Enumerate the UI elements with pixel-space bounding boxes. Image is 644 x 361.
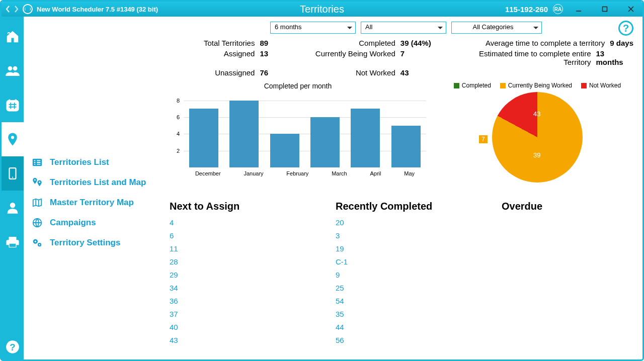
svg-point-20	[39, 244, 40, 245]
nav-rail: ?	[2, 17, 24, 359]
next-to-assign-list: Next to Assign 461128293436374043	[170, 201, 326, 347]
submenu: Territories List Territories List and Ma…	[24, 17, 165, 359]
bar-chart-title: Completed per month	[170, 82, 426, 90]
pie-slice-label: 39	[533, 151, 540, 159]
user-badge[interactable]: RA	[553, 4, 563, 14]
window-maximize-button[interactable]	[594, 2, 615, 17]
svg-point-1	[8, 66, 13, 71]
bar	[270, 134, 299, 167]
list-header: Next to Assign	[170, 201, 326, 212]
submenu-campaigns[interactable]: Campaigns	[31, 213, 165, 233]
recent-completed-item[interactable]: 25	[336, 282, 492, 295]
next-assign-item[interactable]: 43	[170, 334, 326, 347]
next-assign-item[interactable]: 6	[170, 229, 326, 242]
stats-grid: Total Territories89 Completed39 (44%) Av…	[170, 39, 633, 77]
legend-label: Completed	[462, 82, 491, 89]
help-button[interactable]: ?	[618, 21, 633, 36]
stat-value: 13 months	[596, 49, 633, 66]
next-assign-item[interactable]: 11	[170, 242, 326, 255]
svg-rect-10	[10, 244, 16, 247]
recent-completed-item[interactable]: 3	[336, 229, 492, 242]
rail-people[interactable]	[2, 54, 24, 88]
rail-calendar[interactable]	[2, 88, 24, 122]
pie-graphic: 43 39 7	[492, 92, 583, 183]
submenu-territory-settings[interactable]: Territory Settings	[31, 233, 165, 253]
pie-chart: Completed Currently Being Worked Not Wor…	[441, 82, 633, 193]
titlebar: New World Scheduler 7.5 #1349 (32 bit) T…	[2, 2, 642, 17]
period-select[interactable]: 6 months	[270, 22, 356, 34]
svg-point-6	[11, 136, 14, 139]
svg-point-9	[10, 203, 16, 208]
session-id: 115-192-260	[505, 5, 548, 14]
svg-point-8	[12, 177, 13, 178]
stat-label: Unassigned	[215, 68, 255, 77]
workers-select[interactable]: All	[361, 22, 446, 34]
main-content: ? 6 months All All Categories Total Terr…	[165, 17, 642, 359]
recently-completed-list: Recently Completed 20319C-192554354456	[336, 201, 492, 347]
svg-rect-5	[7, 101, 19, 111]
rail-user[interactable]	[2, 191, 24, 225]
recent-completed-item[interactable]: 56	[336, 334, 492, 347]
window-close-button[interactable]	[620, 2, 641, 17]
svg-text:?: ?	[10, 342, 15, 352]
recent-completed-item[interactable]: 54	[336, 295, 492, 308]
svg-point-14	[34, 179, 36, 180]
bar-x-label: April	[370, 170, 381, 176]
app-title: New World Scheduler 7.5 #1349 (32 bit)	[37, 6, 158, 13]
submenu-label: Campaigns	[50, 218, 96, 228]
stat-label: Completed	[359, 39, 395, 47]
submenu-label: Territory Settings	[50, 238, 120, 248]
pie-legend: Completed Currently Being Worked Not Wor…	[454, 82, 621, 89]
stat-value: 7	[400, 49, 441, 66]
bar	[189, 109, 218, 167]
pie-slice-label: 7	[479, 135, 488, 143]
recent-completed-item[interactable]: 9	[336, 268, 492, 282]
bar	[229, 101, 259, 167]
next-assign-item[interactable]: 29	[170, 268, 326, 282]
bar	[351, 109, 380, 167]
map-icon	[31, 197, 44, 208]
rail-help[interactable]: ?	[2, 334, 24, 359]
next-assign-item[interactable]: 28	[170, 255, 326, 268]
recent-completed-item[interactable]: C-1	[336, 255, 492, 268]
rail-home[interactable]	[2, 20, 24, 54]
recent-completed-item[interactable]: 35	[336, 308, 492, 321]
rail-territories[interactable]	[2, 122, 24, 156]
legend-label: Currently Being Worked	[508, 82, 572, 89]
stat-label: Estimated time to complete entire Territ…	[451, 49, 591, 66]
recent-completed-item[interactable]: 44	[336, 321, 492, 334]
stat-value: 76	[260, 68, 300, 77]
submenu-territories-list-map[interactable]: Territories List and Map	[31, 172, 165, 193]
recent-completed-item[interactable]: 19	[336, 242, 492, 255]
nav-back-button[interactable]	[5, 6, 12, 13]
next-assign-item[interactable]: 34	[170, 282, 326, 295]
window-minimize-button[interactable]	[568, 2, 589, 17]
submenu-territories-list[interactable]: Territories List	[31, 152, 165, 172]
rail-print[interactable]	[2, 225, 24, 259]
categories-select[interactable]: All Categories	[451, 22, 542, 34]
categories-value: All Categories	[473, 23, 514, 31]
svg-point-18	[35, 241, 36, 242]
stat-value: 9 days	[610, 39, 633, 47]
globe-icon	[23, 4, 33, 14]
bar-chart: Completed per month 2468DecemberJanuaryF…	[170, 82, 426, 193]
stat-value: 89	[260, 39, 300, 47]
bar-x-label: January	[244, 170, 263, 176]
submenu-master-map[interactable]: Master Territory Map	[31, 193, 165, 213]
list-header: Overdue	[502, 201, 627, 212]
filter-bar: 6 months All All Categories	[270, 22, 633, 34]
recent-completed-item[interactable]: 20	[336, 216, 492, 229]
bar	[310, 117, 340, 167]
submenu-label: Territories List	[50, 157, 109, 167]
rail-mobile[interactable]	[2, 156, 24, 191]
bar-x-label: March	[332, 170, 347, 176]
nav-forward-button[interactable]	[13, 6, 20, 13]
next-assign-item[interactable]: 40	[170, 321, 326, 334]
gears-icon	[31, 237, 44, 248]
list-icon	[31, 157, 44, 168]
next-assign-item[interactable]: 36	[170, 295, 326, 308]
submenu-label: Territories List and Map	[50, 177, 146, 188]
next-assign-item[interactable]: 4	[170, 216, 326, 229]
next-assign-item[interactable]: 37	[170, 308, 326, 321]
svg-point-15	[39, 182, 40, 183]
